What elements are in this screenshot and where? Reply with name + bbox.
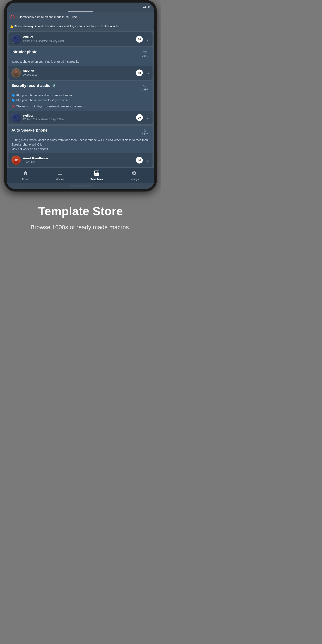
svg-point-16 [14,156,18,159]
chevron-down-intruder[interactable]: ⌄ [146,70,150,76]
phone-screen: 4438 🚫 Automatically skip all skipable a… [7,2,154,189]
chevron-down-speakerphone[interactable]: ⌄ [146,158,150,163]
warning-banner: ⚠️ Firstly please go to Android settings… [7,22,154,31]
settings-icon [132,170,137,177]
avatar-wlloo-first: 🌙 [12,34,21,44]
footer-actions-stevieb: 50 ⌄ [136,69,150,77]
planet-svg-2 [12,113,20,122]
warning-banner-text: ⚠️ Firstly please go to Android settings… [10,25,120,28]
svg-point-6 [14,70,18,73]
card-title-speakerphone: Auto Speakerphone [12,128,140,132]
star-icon-speakerphone: ☆ [143,128,147,133]
star-section-speakerphone[interactable]: ☆ 1937 [140,128,150,136]
status-time: 4438 [143,5,150,9]
card-footer-intruder: Stevieb 20 Dec 2018 50 ⌄ [8,66,152,80]
avatar-wlloo2 [12,113,21,122]
avatar-stevieb [12,68,21,78]
card-header-speakerphone: Auto Speakerphone ☆ 1937 [8,126,152,137]
comment-button-wlloo[interactable]: 68 [136,36,143,43]
star-icon-intruder: ☆ [143,50,147,54]
templates-icon [94,170,100,177]
step-1-icon: 🔷 [12,93,15,98]
avatar-img-wlloo2 [12,113,21,122]
bottom-nav: Home Macros [7,168,154,183]
author-name-wlloo2: W!lloO [23,114,64,117]
nav-item-templates[interactable]: Templates [86,169,107,182]
comment-icon-secretly: 20 [136,114,143,122]
svg-rect-28 [95,174,98,175]
author-date-stevieb: 20 Dec 2018 [23,73,37,76]
author-info-amrit: Amrit Randhawa 9 Jan 2019 [12,156,48,165]
star-section-secretly[interactable]: ☆ 1985 [140,84,150,91]
footer-actions-secretly: 20 ⌄ [136,114,150,122]
author-date-wlloo2: 27 Jan 2019 (updated: 12 Apr 2019) [23,118,64,121]
home-indicator [7,183,154,189]
content-area: 🚫 Automatically skip all skipable ads in… [7,12,154,168]
ad-notice-icon: 🚫 [10,15,15,20]
author-name-wlloo: W!lloO [23,36,64,39]
amrit-avatar-svg [12,156,20,164]
svg-rect-25 [98,171,99,172]
author-info-wlloo: 🌙 W!lloO 12 Jan 2019 (updated: 18 May 20… [12,34,64,44]
template-card-secretly-record[interactable]: Secretly record audio 🎙️ ☆ 1985 🔷 Flip y… [8,81,152,124]
step-1: 🔷 Flip your phone face down to record au… [12,93,150,98]
template-card-speakerphone[interactable]: Auto Speakerphone ☆ 1937 During a call, … [8,126,152,167]
svg-rect-26 [98,172,99,173]
star-section-intruder[interactable]: ☆ 3051 [140,50,150,58]
avatar-img-stevieb [12,68,21,78]
card-title-secretly: Secretly record audio 🎙️ [12,84,140,88]
footer-actions-wlloo: 68 ⌄ [136,36,150,43]
template-card-intruder[interactable]: Intruder photo ☆ 3051 Takes a photo when… [8,47,152,80]
home-icon [23,170,28,177]
author-details-stevieb: Stevieb 20 Dec 2018 [23,69,37,76]
author-info-stevieb: Stevieb 20 Dec 2018 [12,68,37,78]
card-header-intruder: Intruder photo ☆ 3051 [8,47,152,59]
star-count-intruder: 3051 [142,54,148,58]
mic-icon: 🎙️ [52,84,56,88]
comment-icon-amrit: 44 [136,156,143,164]
svg-point-1 [14,37,16,40]
svg-text:20: 20 [138,116,141,119]
nav-item-settings[interactable]: Settings [126,169,143,182]
comment-button-stevieb[interactable]: 50 [136,69,143,77]
comment-button-amrit[interactable]: 44 [136,156,143,164]
chevron-down-wlloo[interactable]: ⌄ [146,36,150,42]
nav-label-settings: Settings [130,178,139,181]
nav-item-macros[interactable]: Macros [52,169,68,182]
svg-rect-22 [58,174,62,174]
avatar-img-wlloo: 🌙 [12,34,21,44]
home-bar [70,186,91,186]
nav-label-templates: Templates [91,178,103,181]
author-name-stevieb: Stevieb [23,69,37,73]
warning-text: The music not playing constraint prevent… [16,104,86,109]
star-count-speakerphone: 1937 [142,133,148,136]
card-description-speakerphone: During a call, when Mobile is away from … [8,137,152,153]
avatar-img-amrit [12,156,21,165]
star-count-secretly: 1985 [142,88,148,91]
phone-shell: 4438 🚫 Automatically skip all skipable a… [4,0,157,192]
svg-point-11 [14,116,16,118]
chevron-down-secretly[interactable]: ⌄ [146,115,150,120]
status-bar: 4438 [7,2,154,11]
card-footer-speakerphone: Amrit Randhawa 9 Jan 2019 44 ⌄ [8,153,152,167]
ad-notice-banner: 🚫 Automatically skip all skipable ads in… [7,12,154,22]
star-icon-secretly: ☆ [143,84,147,88]
step-2: 🔷 Flip your phone face up to stop record… [12,98,150,102]
svg-text:50: 50 [138,72,141,74]
comment-button-secretly[interactable]: 20 [136,114,143,122]
svg-text:44: 44 [138,159,141,162]
progress-bar [68,11,93,12]
card-footer-secretly: W!lloO 27 Jan 2019 (updated: 12 Apr 2019… [8,111,152,124]
nav-item-home[interactable]: Home [18,169,33,182]
svg-rect-20 [58,172,62,172]
store-section: Template Store Browse 1000s of ready mad… [0,192,161,244]
author-date-wlloo: 12 Jan 2019 (updated: 18 May 2019) [23,40,64,42]
author-details-wlloo: W!lloO 12 Jan 2019 (updated: 18 May 2019… [23,36,64,43]
footer-actions-amrit: 44 ⌄ [136,156,150,164]
card-description-secretly: 🔷 Flip your phone face down to record au… [8,92,152,111]
svg-text:🌙: 🌙 [12,41,14,43]
svg-rect-27 [95,174,99,174]
svg-text:68: 68 [138,38,141,41]
card-header-secretly: Secretly record audio 🎙️ ☆ 1985 [8,81,152,92]
svg-point-7 [14,73,19,77]
